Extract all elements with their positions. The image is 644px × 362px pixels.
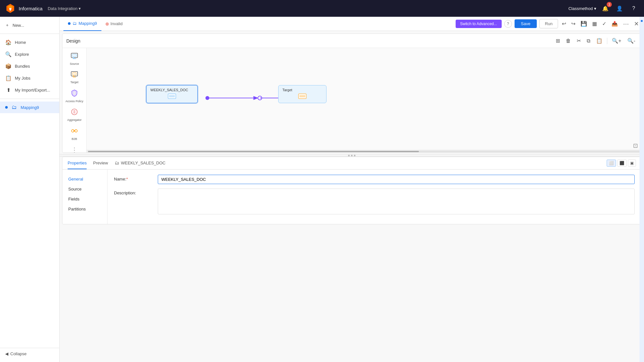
grid-view-button[interactable]: ⊞ [554,36,562,45]
redo-button[interactable]: ↪ [570,19,577,28]
canvas-scrollbar[interactable] [87,150,641,152]
right-edge-bar [639,17,644,362]
layout-side-button[interactable]: ▣ [628,160,636,167]
tab-help-button[interactable]: ? [504,20,512,28]
home-icon: 🏠 [5,39,12,45]
props-sidebar-general[interactable]: General [65,175,105,183]
app-module: Data Integration ▾ [48,6,81,11]
target-node-icon [298,93,307,100]
canvas-container: Source Target [62,48,641,152]
props-sidebar-partitions[interactable]: Partitions [65,205,105,213]
palette-b2b[interactable]: B2B [64,125,85,143]
check-button[interactable]: ✓ [601,19,608,28]
canvas-inner: WEEKLY_SALES_DOC [87,48,641,152]
layout-full-button[interactable]: ⬜ [607,160,616,167]
props-tab-source-icon: 🗂 [115,160,119,165]
undo-button[interactable]: ↩ [561,19,567,28]
design-panel: Design ⊞ 🗑 ✂ ⧉ 📋 🔍+ 🔍- [62,34,641,153]
export-button[interactable]: 📤 [610,19,619,28]
source-node[interactable]: WEEKLY_SALES_DOC [146,85,198,103]
more-options-button[interactable]: ⋯ [622,19,630,29]
palette-aggregator[interactable]: Σ Aggregator [64,106,85,124]
design-tools: ⊞ 🗑 ✂ ⧉ 📋 🔍+ 🔍- [554,36,637,45]
switch-to-advanced-button[interactable]: Switch to Advanced... [456,20,502,28]
palette-access-policy[interactable]: Access Policy [64,87,85,105]
app-name: Informatica [19,6,43,11]
description-form-row: Description: [114,189,635,214]
save-button[interactable]: Save [515,19,537,28]
palette-aggregator-icon: Σ [71,108,78,117]
sidebar-item-mapping9[interactable]: 🗂 Mapping9 [0,102,59,113]
sidebar-item-my-jobs[interactable]: 📋 My Jobs [0,72,59,84]
palette-source-label: Source [70,62,79,66]
mapping-icon: 🗂 [11,104,17,110]
delete-button[interactable]: 🗑 [564,37,573,45]
sidebar-item-my-import[interactable]: ⬆ My Import/Export... [0,84,59,96]
scrollbar-thumb [88,151,419,152]
sidebar-item-bundles[interactable]: 📦 Bundles [0,60,59,72]
run-button[interactable]: Run [539,19,558,28]
help-button[interactable]: ? [629,3,639,14]
palette-target[interactable]: Target [64,69,85,86]
save-icon-button[interactable]: 💾 [579,19,588,28]
tab-preview[interactable]: Preview [93,157,108,169]
palette-b2b-label: B2B [71,137,77,141]
active-dot [5,106,8,109]
tab-active-dot [68,22,71,25]
tab-source-node[interactable]: 🗂 WEEKLY_SALES_DOC [115,157,166,169]
content-area: 🗂 Mapping9 ⊗ Invalid Switch to Advanced.… [60,17,644,362]
props-sidebar-source[interactable]: Source [65,185,105,193]
name-input[interactable] [158,175,635,184]
sidebar: ＋ New... 🏠 Home 🔍 Explore 📦 Bundles 📋 My… [0,17,60,362]
top-nav: Informatica Data Integration ▾ Classmeth… [0,0,644,17]
description-textarea[interactable] [158,189,635,214]
resize-handle[interactable] [60,154,644,157]
palette-aggregator-label: Aggregator [67,118,82,122]
main-layout: ＋ New... 🏠 Home 🔍 Explore 📦 Bundles 📋 My… [0,17,644,362]
logo-area: Informatica Data Integration ▾ [5,3,81,14]
tab-bar: 🗂 Mapping9 ⊗ Invalid Switch to Advanced.… [60,17,644,31]
target-node-title: Target [282,88,322,92]
org-selector[interactable]: Classmethod ▾ [568,6,596,11]
layout-half-button[interactable]: ⬛ [617,160,627,167]
palette-b2b-icon [71,127,78,136]
svg-rect-27 [299,95,305,98]
design-toolbar: Design ⊞ 🗑 ✂ ⧉ 📋 🔍+ 🔍- [62,34,641,48]
svg-point-5 [73,57,74,58]
svg-point-20 [258,96,262,100]
bundles-icon: 📦 [5,63,12,69]
props-sidebar-fields[interactable]: Fields [65,195,105,203]
cut-button[interactable]: ✂ [575,36,583,45]
sidebar-item-home[interactable]: 🏠 Home [0,36,59,48]
tab-properties[interactable]: Properties [68,157,87,169]
canvas[interactable]: WEEKLY_SALES_DOC [87,48,641,152]
palette-source[interactable]: Source [64,51,85,68]
new-button[interactable]: ＋ New... [0,19,59,31]
close-tab-button[interactable]: ✕ [633,19,640,29]
description-label: Description: [114,189,153,195]
target-node-icon-row [282,93,322,100]
svg-rect-4 [72,54,77,57]
name-label: Name:* [114,175,153,181]
user-button[interactable]: 👤 [614,3,625,14]
sidebar-item-explore[interactable]: 🔍 Explore [0,48,59,60]
properties-sidebar: General Source Fields Partitions [62,170,108,224]
palette-more[interactable]: ⋮ ... [64,144,85,152]
mapping9-tab[interactable]: 🗂 Mapping9 [63,17,101,31]
nav-right: Classmethod ▾ 🔔 3 👤 ? [568,3,639,14]
grid-button[interactable]: ▦ [591,19,598,28]
sidebar-bottom: ◀ Collapse [0,348,59,359]
expand-canvas-button[interactable]: ⊡ [633,142,638,149]
zoom-out-button[interactable]: 🔍- [625,36,637,45]
paste-button[interactable]: 📋 [594,36,604,45]
collapse-button[interactable]: ◀ Collapse [0,348,59,359]
target-node[interactable]: Target [278,85,327,103]
source-node-title: WEEKLY_SALES_DOC [150,88,194,92]
mapping-tab-icon: 🗂 [72,21,77,26]
props-layout-icons: ⬜ ⬛ ▣ [607,160,636,167]
properties-tabs: Properties Preview 🗂 WEEKLY_SALES_DOC ⬜ … [62,157,641,170]
name-form-row: Name:* [114,175,635,184]
copy-button[interactable]: ⧉ [585,37,592,45]
zoom-in-button[interactable]: 🔍+ [610,36,623,45]
notifications-button[interactable]: 🔔 3 [600,3,611,14]
